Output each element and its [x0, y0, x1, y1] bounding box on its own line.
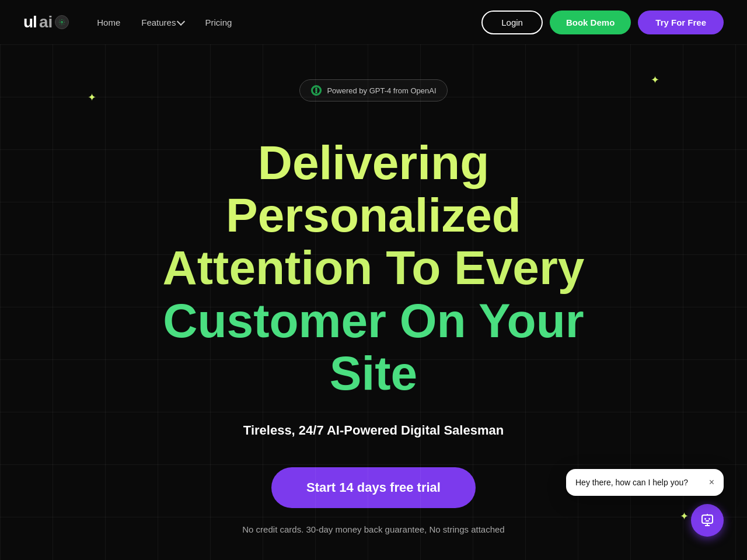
- chat-close-button[interactable]: ×: [709, 477, 714, 488]
- book-demo-button[interactable]: Book Demo: [550, 10, 631, 34]
- svg-rect-1: [702, 515, 713, 523]
- powered-badge: Powered by GPT-4 from OpenAI: [299, 79, 447, 102]
- hero-title: Delivering Personalized Attention To Eve…: [123, 136, 624, 400]
- nav-home[interactable]: Home: [97, 18, 120, 27]
- chat-bot-icon: [700, 513, 714, 527]
- chat-toggle-button[interactable]: [691, 504, 724, 537]
- login-button[interactable]: Login: [481, 10, 543, 34]
- svg-point-0: [61, 22, 63, 23]
- chat-bubble: Hey there, how can I help you? ×: [566, 469, 724, 496]
- logo[interactable]: ul ai: [23, 13, 69, 32]
- try-free-button[interactable]: Try For Free: [638, 10, 724, 34]
- nav-features[interactable]: Features: [141, 18, 184, 27]
- nav-links: Home Features Pricing: [97, 18, 232, 27]
- nav-actions: Login Book Demo Try For Free: [481, 10, 724, 34]
- nav-pricing[interactable]: Pricing: [205, 18, 232, 27]
- chat-widget: Hey there, how can I help you? ×: [691, 504, 724, 537]
- logo-text: ul: [23, 13, 37, 32]
- logo-badge: [55, 15, 69, 29]
- start-trial-button[interactable]: Start 14 days free trial: [271, 467, 476, 508]
- sparkle-icon-1: ✦: [88, 91, 96, 104]
- navbar: ul ai Home Features: [0, 0, 747, 44]
- svg-point-3: [708, 518, 710, 520]
- hero-subtitle: Tireless, 24/7 AI-Powered Digital Salesm…: [243, 423, 504, 438]
- sparkle-icon-2: ✦: [651, 74, 659, 86]
- openai-icon: [310, 85, 322, 96]
- features-chevron-icon: [177, 18, 185, 26]
- hero-disclaimer: No credit cards. 30-day money back guara…: [242, 524, 504, 534]
- svg-point-2: [704, 518, 706, 520]
- sparkle-icon-3: ✦: [680, 510, 689, 523]
